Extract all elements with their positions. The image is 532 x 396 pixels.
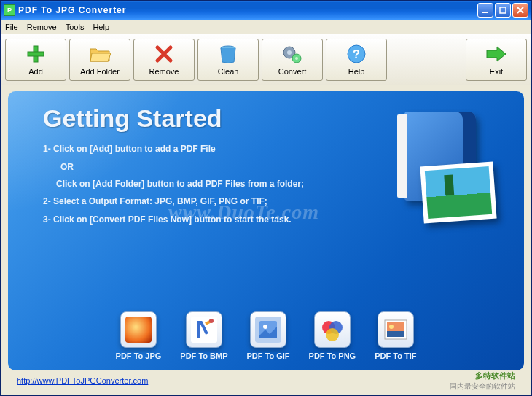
gif-label: PDF To GIF xyxy=(247,352,290,360)
photo-icon xyxy=(420,162,496,224)
exit-button[interactable]: Exit xyxy=(466,39,527,81)
svg-text:?: ? xyxy=(353,48,360,61)
add-label: Add xyxy=(28,67,43,76)
trash-icon xyxy=(217,43,239,65)
maximize-icon xyxy=(499,7,506,14)
menu-help[interactable]: Help xyxy=(93,23,109,31)
plus-icon xyxy=(25,43,47,65)
getting-started-panel: Getting Started 1- Click on [Add] button… xyxy=(8,91,524,370)
x-icon xyxy=(153,43,175,65)
svg-point-18 xyxy=(326,328,339,341)
minimize-button[interactable] xyxy=(477,3,493,18)
minimize-icon xyxy=(482,7,489,14)
svg-point-23 xyxy=(389,325,394,329)
svg-rect-3 xyxy=(28,52,44,56)
website-link[interactable]: http://www.PDFToJPGConverter.com xyxy=(17,376,148,385)
window-controls xyxy=(477,3,528,18)
svg-rect-22 xyxy=(387,331,404,337)
exit-label: Exit xyxy=(490,67,503,76)
gif-icon xyxy=(250,311,286,348)
format-buttons: PDF To JPG PDF To BMP PDF To GIF xyxy=(8,311,524,360)
jpg-label: PDF To JPG xyxy=(116,352,162,360)
svg-point-15 xyxy=(263,325,267,329)
folder-icon xyxy=(89,43,111,65)
convert-button[interactable]: Convert xyxy=(262,39,323,81)
gears-icon xyxy=(281,43,303,65)
window-title: PDF To JPG Converter xyxy=(18,5,477,15)
pdf-to-jpg-button[interactable]: PDF To JPG xyxy=(116,311,162,360)
maximize-button[interactable] xyxy=(495,3,511,18)
title-bar: P PDF To JPG Converter xyxy=(1,1,531,20)
app-icon: P xyxy=(4,4,15,16)
menu-file[interactable]: File xyxy=(5,23,18,31)
watermark-text: www.DuoTe.com xyxy=(168,201,319,224)
illustration xyxy=(371,112,495,221)
add-button[interactable]: Add xyxy=(5,39,66,81)
help-label: Help xyxy=(348,67,365,76)
remove-button[interactable]: Remove xyxy=(133,39,195,81)
add-folder-button[interactable]: Add Folder xyxy=(69,39,130,81)
arrow-right-icon xyxy=(485,43,507,65)
pdf-to-bmp-button[interactable]: PDF To BMP xyxy=(180,311,227,360)
help-icon: ? xyxy=(345,43,367,65)
add-folder-label: Add Folder xyxy=(80,67,120,76)
bmp-label: PDF To BMP xyxy=(180,352,227,360)
toolbar: Add Add Folder Remove Clean Convert xyxy=(1,34,531,85)
png-icon xyxy=(314,311,351,348)
close-button[interactable] xyxy=(512,3,528,18)
svg-point-8 xyxy=(295,57,298,60)
content-area: Getting Started 1- Click on [Add] button… xyxy=(1,85,531,395)
menu-bar: File Remove Tools Help xyxy=(1,20,531,34)
footer: http://www.PDFToJPGConverter.com 多特软件站 国… xyxy=(8,370,524,391)
convert-label: Convert xyxy=(278,67,307,76)
svg-point-12 xyxy=(209,319,214,323)
menu-tools[interactable]: Tools xyxy=(66,23,85,31)
tagline-text: 国内最安全的软件站 xyxy=(450,381,515,392)
pdf-to-tif-button[interactable]: PDF To TIF xyxy=(375,311,416,360)
remove-label: Remove xyxy=(149,67,179,76)
svg-rect-0 xyxy=(482,12,488,13)
pdf-to-gif-button[interactable]: PDF To GIF xyxy=(247,311,290,360)
png-label: PDF To PNG xyxy=(309,352,356,360)
help-button[interactable]: ? Help xyxy=(326,39,387,81)
clean-button[interactable]: Clean xyxy=(197,39,259,81)
jpg-icon xyxy=(120,311,157,348)
app-window: P PDF To JPG Converter File Remove Tools… xyxy=(0,0,532,396)
svg-point-6 xyxy=(287,50,292,55)
tif-icon xyxy=(378,311,414,348)
pdf-to-png-button[interactable]: PDF To PNG xyxy=(309,311,356,360)
close-icon xyxy=(517,7,524,14)
bmp-icon xyxy=(186,311,222,348)
brand-text: 多特软件站 xyxy=(450,370,515,381)
footer-brand-block: 多特软件站 国内最安全的软件站 xyxy=(450,370,515,392)
clean-label: Clean xyxy=(218,67,239,76)
menu-remove[interactable]: Remove xyxy=(27,23,57,31)
tif-label: PDF To TIF xyxy=(375,352,416,360)
svg-rect-1 xyxy=(500,7,506,13)
